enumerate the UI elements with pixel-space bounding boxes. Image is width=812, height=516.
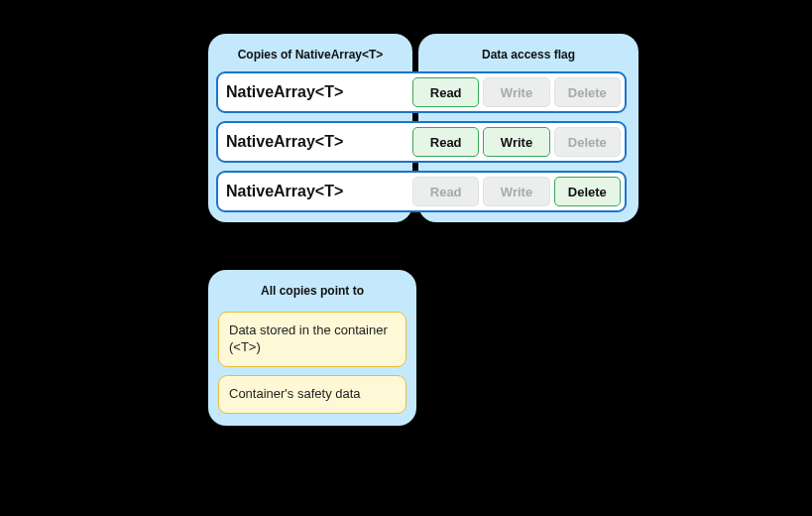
flags-panel-heading: Data access flag — [426, 44, 631, 71]
flags-cell: Read Write Delete — [410, 173, 625, 210]
points-to-panel: All copies point to Data stored in the c… — [208, 270, 416, 426]
native-array-label: NativeArray<T> — [218, 123, 410, 161]
flag-write: Write — [483, 127, 549, 157]
points-to-item: Container's safety data — [218, 375, 406, 414]
flag-delete: Delete — [554, 127, 621, 157]
flag-read: Read — [412, 177, 479, 206]
native-array-label: NativeArray<T> — [218, 173, 410, 210]
flags-cell: Read Write Delete — [410, 73, 625, 111]
points-to-item: Data stored in the container (<T>) — [218, 312, 406, 367]
points-to-heading: All copies point to — [218, 280, 406, 304]
native-array-row: NativeArray<T> Read Write Delete — [216, 171, 627, 212]
copies-panel-heading: Copies of NativeArray<T> — [216, 44, 405, 71]
flag-read: Read — [412, 77, 479, 107]
flag-read: Read — [412, 127, 479, 157]
flag-write: Write — [483, 177, 549, 206]
native-array-row: NativeArray<T> Read Write Delete — [216, 121, 627, 163]
flags-cell: Read Write Delete — [410, 123, 625, 161]
flag-delete: Delete — [554, 77, 621, 107]
flag-delete: Delete — [554, 177, 621, 206]
native-array-label: NativeArray<T> — [218, 73, 410, 111]
native-array-row: NativeArray<T> Read Write Delete — [216, 71, 627, 113]
flag-write: Write — [483, 77, 549, 107]
